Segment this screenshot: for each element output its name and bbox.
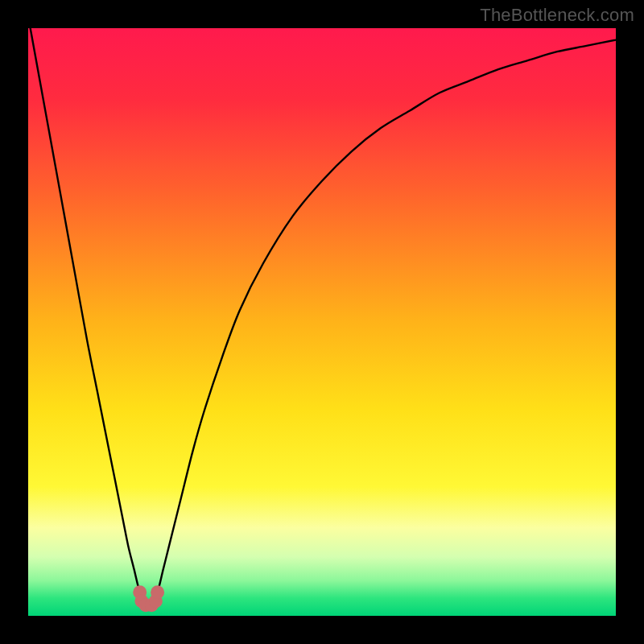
plot-area — [28, 28, 616, 616]
watermark-text: TheBottleneck.com — [480, 5, 634, 26]
trough-markers — [133, 585, 164, 612]
trough-marker — [151, 585, 164, 599]
chart-frame: TheBottleneck.com — [0, 0, 644, 644]
bottleneck-curve — [28, 28, 616, 605]
curve-layer — [28, 28, 616, 616]
